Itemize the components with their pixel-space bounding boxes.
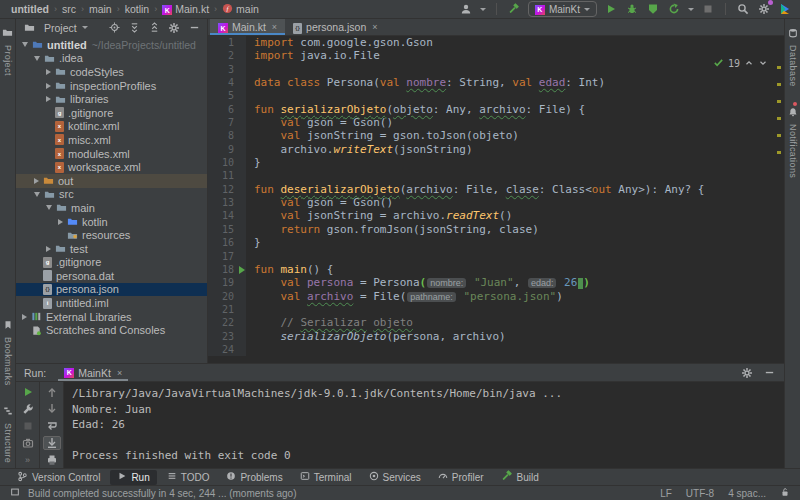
- coverage-icon[interactable]: [646, 1, 660, 17]
- expand-arrow-icon[interactable]: [46, 246, 51, 252]
- expand-arrow-icon[interactable]: [34, 56, 40, 61]
- gutter-line-20[interactable]: 20: [208, 290, 246, 303]
- expand-arrow-icon[interactable]: [34, 178, 39, 184]
- tree-item-workspace-xml[interactable]: xworkspace.xml: [16, 160, 207, 174]
- hide-panel-icon[interactable]: [187, 20, 201, 36]
- gutter-line-3[interactable]: 3: [208, 63, 246, 76]
- gutter-line-12[interactable]: 12: [208, 183, 246, 196]
- tree-item-kotlinc-xml[interactable]: xkotlinc.xml: [16, 120, 207, 134]
- chevron-down-icon[interactable]: [758, 58, 768, 70]
- stop-icon[interactable]: [19, 419, 37, 433]
- settings-gear-icon[interactable]: [167, 20, 181, 36]
- gutter-line-22[interactable]: 22: [208, 316, 246, 329]
- settings-gear-icon[interactable]: [757, 1, 771, 17]
- inspections-widget[interactable]: 19: [713, 57, 768, 70]
- tree-item-main[interactable]: main: [16, 201, 207, 215]
- warning-mark[interactable]: [777, 151, 781, 154]
- close-icon[interactable]: ×: [372, 22, 377, 32]
- gutter-line-5[interactable]: 5: [208, 89, 246, 102]
- chevron-up-icon[interactable]: [744, 58, 754, 70]
- expand-arrow-icon[interactable]: [22, 42, 28, 47]
- editor-tab-persona-json[interactable]: {}persona.json×: [285, 19, 385, 35]
- status-indent[interactable]: 4 spac...: [728, 488, 766, 499]
- tree-item--gitignore[interactable]: g.gitignore: [16, 256, 207, 270]
- gutter-line-13[interactable]: 13: [208, 196, 246, 209]
- run-console-output[interactable]: /Library/Java/JavaVirtualMachines/jdk-9.…: [64, 382, 784, 468]
- tree-item-src[interactable]: src: [16, 188, 207, 202]
- search-everywhere-icon[interactable]: [736, 1, 750, 17]
- close-icon[interactable]: ×: [117, 368, 122, 378]
- screenshot-icon[interactable]: [19, 436, 37, 450]
- hide-panel-icon[interactable]: [762, 365, 776, 381]
- expand-arrow-icon[interactable]: [46, 83, 51, 89]
- gutter-line-15[interactable]: 15: [208, 223, 246, 236]
- gutter-line-8[interactable]: 8: [208, 129, 246, 142]
- settings-gear-icon[interactable]: [740, 365, 754, 381]
- run-icon[interactable]: [604, 1, 618, 17]
- editor-tab-main-kt[interactable]: KMain.kt×: [210, 19, 285, 35]
- warning-mark[interactable]: [777, 100, 781, 103]
- error-stripe[interactable]: [777, 66, 781, 168]
- run-tab-mainkt[interactable]: K MainKt ×: [58, 364, 128, 381]
- tree-item-codestyles[interactable]: codeStyles: [16, 65, 207, 79]
- tree-item--gitignore[interactable]: g.gitignore: [16, 106, 207, 120]
- tree-item-external-libraries[interactable]: External Libraries: [16, 310, 207, 324]
- breadcrumb-item-kotlin[interactable]: kotlin: [124, 3, 151, 15]
- tree-item-persona-dat[interactable]: persona.dat: [16, 269, 207, 283]
- toolwindow-button-services[interactable]: Services: [362, 470, 428, 485]
- breadcrumb-item-main[interactable]: main: [88, 3, 113, 15]
- soft-wrap-icon[interactable]: [43, 419, 61, 433]
- up-stacktrace-icon[interactable]: [43, 385, 61, 399]
- tree-item-modules-xml[interactable]: xmodules.xml: [16, 147, 207, 161]
- close-icon[interactable]: ×: [272, 22, 277, 32]
- tree-item-test[interactable]: test: [16, 242, 207, 256]
- gutter-line-14[interactable]: 14: [208, 209, 246, 222]
- ide-features-icon[interactable]: [778, 1, 792, 17]
- chevron-down-icon[interactable]: [82, 26, 88, 29]
- tool-stripe-button-notifications[interactable]: Notifications: [788, 103, 798, 178]
- expand-arrow-icon[interactable]: [46, 96, 51, 102]
- gutter-line-24[interactable]: 24: [208, 343, 246, 356]
- gutter-line-1[interactable]: 1: [208, 36, 246, 49]
- run-settings-wrench-icon[interactable]: [19, 402, 37, 416]
- toolwindow-button-run[interactable]: Run: [110, 470, 156, 485]
- gutter-line-2[interactable]: 2: [208, 49, 246, 62]
- debug-icon[interactable]: [625, 1, 639, 17]
- build-hammer-icon[interactable]: [507, 1, 521, 17]
- tool-stripe-button-database[interactable]: Database: [788, 24, 798, 87]
- warning-mark[interactable]: [777, 134, 781, 137]
- chevron-down-icon[interactable]: [688, 8, 694, 11]
- tree-item-inspectionprofiles[interactable]: inspectionProfiles: [16, 79, 207, 93]
- tree-item--idea[interactable]: .idea: [16, 52, 207, 66]
- toolwindow-button-profiler[interactable]: Profiler: [431, 470, 491, 485]
- gutter-line-7[interactable]: 7: [208, 116, 246, 129]
- gutter-line-11[interactable]: 11: [208, 169, 246, 182]
- toolwindow-button-problems[interactable]: Problems: [219, 470, 289, 485]
- run-line-icon[interactable]: [239, 266, 245, 274]
- tree-item-untitled[interactable]: untitled~/IdeaProjects/untitled: [16, 38, 207, 52]
- gutter-line-4[interactable]: 4: [208, 76, 246, 89]
- print-icon[interactable]: [43, 453, 61, 467]
- toolwindow-button-build[interactable]: Build: [494, 470, 546, 485]
- locate-file-icon[interactable]: [107, 20, 121, 36]
- rerun-icon[interactable]: [19, 385, 37, 399]
- tree-item-misc-xml[interactable]: xmisc.xml: [16, 133, 207, 147]
- tool-stripe-button-bookmarks[interactable]: Bookmarks: [3, 316, 13, 386]
- breadcrumb-item-src[interactable]: src: [61, 3, 77, 15]
- gutter-line-23[interactable]: 23: [208, 330, 246, 343]
- project-tree[interactable]: untitled~/IdeaProjects/untitled.ideacode…: [16, 36, 207, 363]
- code-editor-area[interactable]: 19 1import com.google.gson.Gson2import j…: [208, 36, 784, 363]
- breadcrumb-item-main[interactable]: fmain: [221, 3, 260, 16]
- tree-item-untitled-iml[interactable]: iuntitled.iml: [16, 296, 207, 310]
- gutter-line-9[interactable]: 9: [208, 143, 246, 156]
- down-stacktrace-icon[interactable]: [43, 402, 61, 416]
- profiler-icon[interactable]: [667, 1, 681, 17]
- expand-arrow-icon[interactable]: [46, 205, 52, 210]
- tree-item-scratches-and-consoles[interactable]: Scratches and Consoles: [16, 323, 207, 337]
- chevron-down-icon[interactable]: [480, 8, 486, 11]
- scroll-to-end-icon[interactable]: [43, 436, 61, 450]
- gutter-line-10[interactable]: 10: [208, 156, 246, 169]
- gutter-line-6[interactable]: 6: [208, 103, 246, 116]
- gutter-line-17[interactable]: 17: [208, 250, 246, 263]
- warning-mark[interactable]: [777, 117, 781, 120]
